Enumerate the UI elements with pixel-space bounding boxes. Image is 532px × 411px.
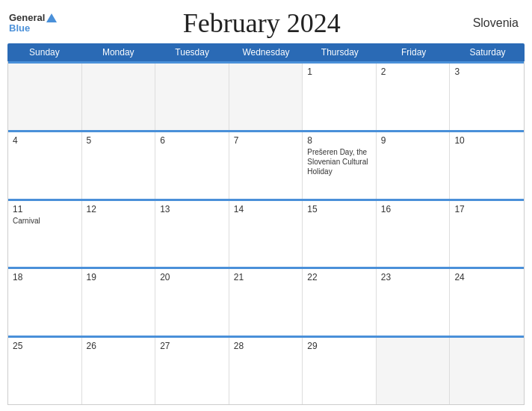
week-row-3: 18192021222324 [8, 267, 524, 336]
day-number: 25 [13, 341, 77, 351]
month-title: February 2024 [57, 7, 466, 39]
week-row-4: 2526272829 [8, 336, 524, 404]
day-cell [450, 338, 524, 404]
day-number: 7 [234, 135, 298, 146]
day-cell: 24 [450, 269, 524, 336]
day-number: 24 [454, 272, 519, 282]
day-cell: 6 [155, 132, 229, 199]
day-number: 27 [160, 341, 224, 351]
day-header-sunday: Sunday [7, 43, 81, 61]
day-cell [8, 64, 82, 130]
week-row-0: 123 [8, 61, 524, 130]
logo-blue-text: Blue [9, 23, 30, 34]
day-cell: 3 [450, 64, 524, 130]
day-cell: 9 [377, 132, 451, 199]
day-cell: 20 [155, 269, 229, 336]
day-cell: 10 [450, 132, 524, 199]
calendar-wrapper: General Blue February 2024 Slovenia Sund… [0, 0, 532, 411]
day-header-friday: Friday [377, 43, 451, 61]
day-cell: 21 [229, 269, 303, 336]
day-header-monday: Monday [81, 43, 155, 61]
logo-triangle-icon [46, 13, 57, 22]
event-text: Prešeren Day, the Slovenian Cultural Hol… [307, 147, 371, 176]
day-number: 15 [307, 204, 371, 214]
day-number: 8 [307, 135, 371, 146]
calendar-grid: SundayMondayTuesdayWednesdayThursdayFrid… [0, 43, 532, 411]
day-header-thursday: Thursday [303, 43, 377, 61]
day-header-tuesday: Tuesday [155, 43, 229, 61]
day-cell: 13 [155, 201, 229, 268]
day-cell: 25 [8, 338, 82, 404]
day-number: 3 [454, 67, 519, 77]
day-cell: 18 [8, 269, 82, 336]
day-cell: 27 [155, 338, 229, 404]
day-cell: 7 [229, 132, 303, 199]
day-cell: 26 [82, 338, 156, 404]
day-number: 6 [160, 135, 224, 146]
event-text: Carnival [13, 216, 77, 226]
day-number: 17 [454, 204, 519, 214]
weeks-container: 12345678Prešeren Day, the Slovenian Cult… [7, 61, 525, 405]
day-number: 1 [307, 67, 371, 77]
day-number: 13 [160, 204, 224, 214]
day-cell: 4 [8, 132, 82, 199]
day-number: 26 [87, 341, 151, 351]
day-cell [155, 64, 229, 130]
day-cell: 17 [450, 201, 524, 268]
day-number: 4 [13, 135, 77, 146]
day-cell: 19 [82, 269, 156, 336]
day-number: 28 [234, 341, 298, 351]
day-number: 19 [87, 272, 151, 282]
day-number: 16 [381, 204, 445, 214]
logo: General Blue [9, 13, 57, 34]
day-cell: 5 [82, 132, 156, 199]
day-cell: 1 [303, 64, 377, 130]
day-number: 5 [87, 135, 151, 146]
day-cell [377, 338, 451, 404]
day-cell: 11Carnival [8, 201, 82, 268]
day-number: 20 [160, 272, 224, 282]
day-number: 14 [234, 204, 298, 214]
day-number: 9 [381, 135, 445, 146]
day-cell: 14 [229, 201, 303, 268]
day-header-saturday: Saturday [451, 43, 525, 61]
day-cell: 23 [377, 269, 451, 336]
week-row-1: 45678Prešeren Day, the Slovenian Cultura… [8, 130, 524, 199]
day-cell: 2 [377, 64, 451, 130]
day-cell [82, 64, 156, 130]
day-cell: 16 [377, 201, 451, 268]
week-row-2: 11Carnival121314151617 [8, 199, 524, 268]
day-cell [229, 64, 303, 130]
day-cell: 15 [303, 201, 377, 268]
day-number: 29 [307, 341, 371, 351]
country-label: Slovenia [466, 16, 519, 30]
day-cell: 29 [303, 338, 377, 404]
day-cell: 22 [303, 269, 377, 336]
day-cell: 12 [82, 201, 156, 268]
day-cell: 8Prešeren Day, the Slovenian Cultural Ho… [303, 132, 377, 199]
day-number: 22 [307, 272, 371, 282]
day-number: 10 [454, 135, 519, 146]
day-number: 18 [13, 272, 77, 282]
day-number: 2 [381, 67, 445, 77]
day-number: 11 [13, 204, 77, 214]
day-number: 21 [234, 272, 298, 282]
logo-general-text: General [9, 13, 45, 23]
days-header: SundayMondayTuesdayWednesdayThursdayFrid… [7, 43, 525, 61]
day-cell: 28 [229, 338, 303, 404]
day-header-wednesday: Wednesday [229, 43, 303, 61]
calendar-header: General Blue February 2024 Slovenia [0, 0, 532, 43]
day-number: 12 [87, 204, 151, 214]
day-number: 23 [381, 272, 445, 282]
